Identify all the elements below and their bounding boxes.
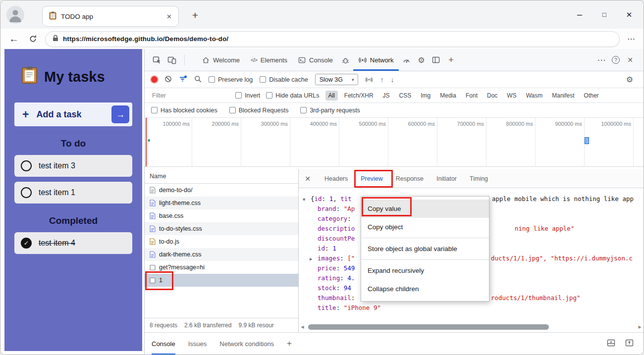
drawer-tab-issues[interactable]: Issues — [188, 333, 207, 355]
layout-panel-icon[interactable] — [429, 52, 443, 67]
scroll-right-icon[interactable]: ▶ — [636, 325, 644, 329]
more-options-icon[interactable]: ⋯ — [595, 55, 608, 65]
request-row-to-do-js[interactable]: to-do.js — [145, 235, 298, 248]
filter-pill-js[interactable]: JS — [380, 91, 393, 101]
drawer-tab-console[interactable]: Console — [152, 333, 175, 355]
filter-pill-doc[interactable]: Doc — [484, 91, 500, 101]
request-row-1[interactable]: 1 — [145, 274, 298, 287]
checkbox-blocked-requests[interactable]: Blocked Requests — [229, 107, 289, 114]
name-column-header[interactable]: Name — [145, 169, 298, 184]
search-icon[interactable] — [194, 75, 202, 84]
file-icon-js — [150, 238, 156, 245]
context-menu-item-store-object-as-global-variable[interactable]: Store object as global variable — [361, 240, 489, 258]
checkbox-3rd-party-requests[interactable]: 3rd-party requests — [300, 107, 360, 114]
detail-tab-preview[interactable]: Preview — [361, 169, 382, 188]
detail-tab-timing[interactable]: Timing — [470, 169, 488, 188]
add-task-bar[interactable]: + Add a task → — [14, 102, 132, 126]
tab-close-icon[interactable]: ✕ — [166, 13, 172, 20]
filter-pill-fetch-xhr[interactable]: Fetch/XHR — [341, 91, 376, 101]
import-har-icon[interactable]: ↑ — [380, 76, 383, 84]
request-row-get-message-hi[interactable]: get?message=hi — [145, 261, 298, 274]
scroll-left-icon[interactable]: ◀ — [299, 325, 306, 329]
request-row-to-do-styles-css[interactable]: to-do-styles.css — [145, 222, 298, 235]
filter-pill-font[interactable]: Font — [463, 91, 481, 101]
address-bar[interactable]: https://microsoftedge.github.io/Demos/de… — [45, 31, 620, 47]
dock-drawer-icon[interactable] — [607, 339, 615, 348]
scrollbar-thumb[interactable] — [308, 324, 549, 330]
filter-pill-ws[interactable]: WS — [504, 91, 519, 101]
timeline-request-marker[interactable] — [585, 137, 589, 144]
maximize-button[interactable]: □ — [592, 0, 617, 29]
task-item[interactable]: test item 1 — [14, 182, 132, 203]
request-row-dark-theme-css[interactable]: dark-theme.css — [145, 248, 298, 261]
tab-network[interactable]: Network — [353, 49, 399, 71]
hide-data-urls-checkbox[interactable]: Hide data URLs — [266, 92, 319, 99]
context-menu-item-copy-value[interactable]: Copy value — [361, 200, 489, 218]
refresh-button[interactable] — [24, 31, 41, 47]
close-devtools-icon[interactable]: ✕ — [624, 56, 637, 64]
filter-pill-wasm[interactable]: Wasm — [523, 91, 546, 101]
help-icon[interactable]: ? — [612, 56, 620, 64]
collapse-arrow-icon[interactable]: ▼ — [303, 195, 311, 204]
filter-pill-manifest[interactable]: Manifest — [549, 91, 577, 101]
settings-gear-icon[interactable]: ⚙ — [414, 52, 429, 67]
back-button[interactable]: ← — [5, 31, 22, 47]
add-tool-icon[interactable]: + — [443, 52, 458, 67]
browser-tab[interactable]: TODO app ✕ — [42, 6, 179, 27]
horizontal-scrollbar[interactable]: ◀ ▶ — [299, 323, 644, 331]
add-task-submit-button[interactable]: → — [111, 105, 129, 123]
network-timeline[interactable]: 100000 ms200000 ms300000 ms400000 ms5000… — [145, 118, 644, 167]
invert-checkbox[interactable]: Invert — [235, 92, 260, 99]
filter-input[interactable] — [151, 92, 229, 100]
drawer-add-icon[interactable]: + — [287, 339, 292, 349]
scrollbar-track[interactable] — [306, 324, 636, 330]
network-conditions-icon[interactable] — [365, 75, 373, 84]
filter-pill-img[interactable]: Img — [418, 91, 433, 101]
network-settings-gear-icon[interactable]: ⚙ — [622, 72, 637, 87]
detail-tab-initiator[interactable]: Initiator — [436, 169, 457, 188]
address-row: ← https://microsoftedge.github.io/Demos/… — [0, 29, 644, 49]
throttling-select[interactable]: Slow 3G ▾ — [315, 74, 359, 85]
inspect-element-icon[interactable] — [150, 52, 164, 67]
timeline-gridline — [290, 118, 290, 166]
filter-pill-other[interactable]: Other — [581, 91, 602, 101]
expand-drawer-icon[interactable] — [625, 339, 634, 348]
detail-tab-response[interactable]: Response — [396, 169, 424, 188]
drawer-tab-network-conditions[interactable]: Network conditions — [219, 333, 274, 355]
debug-icon[interactable] — [338, 52, 353, 67]
clear-icon[interactable] — [164, 75, 172, 84]
unchecked-circle-icon[interactable] — [21, 160, 32, 171]
checked-circle-icon[interactable]: ✓ — [21, 238, 32, 249]
unchecked-circle-icon[interactable] — [21, 187, 32, 198]
checkbox-has-blocked-cookies[interactable]: Has blocked cookies — [151, 107, 217, 114]
new-tab-button[interactable]: + — [188, 8, 203, 23]
expand-arrow-icon[interactable]: ▶ — [310, 254, 318, 264]
request-row-base-css[interactable]: base.css — [145, 209, 298, 222]
tab-console[interactable]: Console — [293, 49, 338, 71]
minimize-button[interactable]: – — [567, 0, 592, 29]
request-row-light-theme-css[interactable]: light-theme.css — [145, 197, 298, 209]
profile-avatar[interactable] — [6, 6, 24, 24]
tab-elements[interactable]: </> Elements — [245, 49, 293, 71]
filter-pill-all[interactable]: All — [325, 91, 338, 101]
close-window-button[interactable]: ✕ — [617, 0, 642, 29]
preserve-log-checkbox[interactable]: Preserve log — [209, 76, 253, 83]
filter-pill-media[interactable]: Media — [437, 91, 459, 101]
task-item[interactable]: test item 3 — [14, 155, 132, 177]
task-item[interactable]: ✓test item 4 — [14, 232, 132, 254]
disable-cache-checkbox[interactable]: Disable cache — [260, 76, 308, 83]
record-icon[interactable] — [151, 76, 158, 83]
context-menu-item-collapse-children[interactable]: Collapse children — [361, 280, 489, 298]
device-emulation-icon[interactable] — [164, 52, 179, 67]
tab-welcome[interactable]: Welcome — [197, 49, 245, 71]
filter-toggle-icon[interactable] — [179, 75, 187, 84]
context-menu-item-expand-recursively[interactable]: Expand recursively — [361, 261, 489, 280]
close-detail-icon[interactable]: ✕ — [304, 175, 312, 183]
request-row-demo-to-do[interactable]: demo-to-do/ — [145, 184, 298, 197]
performance-icon[interactable] — [399, 52, 414, 67]
export-har-icon[interactable]: ↓ — [390, 76, 394, 84]
context-menu-item-copy-object[interactable]: Copy object — [361, 218, 489, 236]
detail-tab-headers[interactable]: Headers — [324, 169, 348, 188]
filter-pill-css[interactable]: CSS — [396, 91, 415, 101]
browser-menu-icon[interactable]: ⋯ — [624, 34, 639, 44]
